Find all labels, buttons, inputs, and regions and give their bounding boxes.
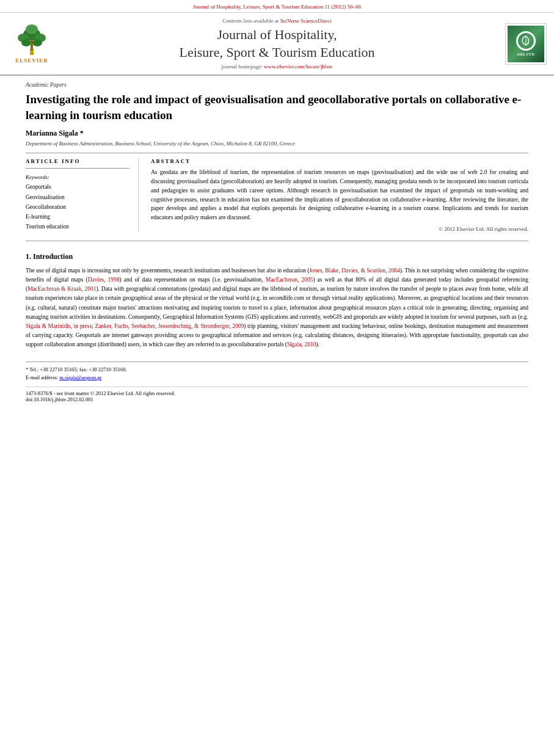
options-text: options	[266, 187, 283, 194]
sciverse-line: Contents lists available at SciVerse Sci…	[62, 18, 492, 24]
divider-after-author	[26, 153, 528, 153]
introduction-paragraph-1: The use of digital maps is increasing no…	[26, 266, 528, 350]
ref-sigala-marinidis[interactable]: Sigala & Marinidis, in press	[26, 323, 92, 329]
footer-issn: 1473-8376/$ - see front matter © 2012 El…	[26, 390, 528, 396]
journal-homepage-line: journal homepage: www.elsevier.com/locat…	[62, 64, 492, 70]
svg-point-5	[21, 39, 31, 46]
abstract-text: As geodata are the lifeblood of tourism,…	[151, 168, 528, 222]
elsevier-logo-area: ELSEVIER	[7, 24, 56, 64]
ref-jones-2004[interactable]: Jones, Blake, Davies, & Scanlon, 2004	[309, 267, 399, 274]
keywords-label: Keywords:	[26, 174, 129, 180]
ref-zanker-2009[interactable]: Zanker, Fuchs, Seebacher, Jessenitschnig…	[95, 323, 244, 329]
ref-davies-1998[interactable]: Davies, 1998	[88, 277, 120, 283]
ref-sigala-2010[interactable]: Sigala, 2010	[287, 341, 316, 347]
footnote-1: * Tel.: +30 22710 35165; fax: +30 22710 …	[26, 366, 528, 374]
abstract-header: ABSTRACT	[151, 158, 528, 164]
two-column-layout: ARTICLE INFO Keywords: Geoportals Geovis…	[26, 158, 528, 231]
introduction-section: 1. Introduction The use of digital maps …	[26, 252, 528, 350]
copyright-line: © 2012 Elsevier Ltd. All rights reserved…	[151, 226, 528, 232]
email-link[interactable]: m.sigala@aegean.gr	[59, 374, 101, 380]
jhlste-circle-icon	[516, 31, 536, 51]
article-info-header: ARTICLE INFO	[26, 158, 129, 164]
journal-citation-bar: Journal of Hospitality, Leisure, Sport &…	[0, 0, 554, 13]
page-wrapper: Journal of Hospitality, Leisure, Sport &…	[0, 0, 554, 415]
section-label: Academic Papers	[26, 82, 528, 88]
svg-point-6	[32, 39, 42, 46]
author-affiliation: Department of Business Administration, B…	[26, 140, 528, 147]
svg-point-7	[26, 24, 38, 34]
ref-maceachrean-2005[interactable]: MacEachrean, 2005	[266, 277, 313, 283]
main-content-area: Academic Papers Investigating the role a…	[0, 76, 554, 415]
keywords-list: Geoportals Geovisualisation Geocollabora…	[26, 182, 129, 231]
elsevier-wordmark: ELSEVIER	[15, 57, 48, 64]
keyword-geocollaboration: Geocollaboration	[26, 202, 129, 212]
article-title: Investigating the role and impact of geo…	[26, 92, 528, 123]
journal-citation-text: Journal of Hospitality, Leisure, Sport &…	[193, 4, 361, 10]
journal-homepage-link[interactable]: www.elsevier.com/locate/jhlste	[264, 64, 332, 70]
introduction-title: 1. Introduction	[26, 252, 528, 261]
elsevier-tree-icon	[14, 24, 49, 56]
journal-title-main: Journal of Hospitality,Leisure, Sport & …	[62, 26, 492, 61]
article-info-divider	[26, 168, 129, 169]
sciverse-link[interactable]: SciVerse ScienceDirect	[280, 18, 332, 24]
jhlste-logo-area: JHLSTE	[498, 23, 547, 65]
article-info-column: ARTICLE INFO Keywords: Geoportals Geovis…	[26, 158, 139, 231]
abstract-column: ABSTRACT As geodata are the lifeblood of…	[151, 158, 528, 231]
footer-doi: doi:10.1016/j.jhlste.2012.02.001	[26, 396, 528, 402]
keyword-tourism-education: Tourism education	[26, 222, 129, 231]
jhlste-leaf-icon	[520, 35, 532, 47]
jhlste-logo: JHLSTE	[505, 23, 547, 65]
divider-after-abstract	[26, 241, 528, 241]
keyword-geoportals: Geoportals	[26, 182, 129, 192]
footer-bottom: 1473-8376/$ - see front matter © 2012 El…	[26, 387, 528, 402]
sciverse-prefix: Contents lists available at	[222, 18, 279, 24]
ref-maceachrean-kraak-2001[interactable]: MacEachrean & Kraak, 2001	[27, 286, 96, 292]
elsevier-logo: ELSEVIER	[7, 24, 56, 64]
keyword-elearning: E-learning	[26, 212, 129, 222]
keyword-geovisualisation: Geovisualisation	[26, 192, 129, 202]
jhlste-label-text: JHLSTE	[517, 52, 535, 57]
author-name: Marianna Sigala *	[26, 129, 528, 138]
jhlste-logo-inner: JHLSTE	[508, 26, 544, 62]
footnote-email: E-mail address: m.sigala@aegean.gr	[26, 374, 528, 382]
journal-title-area: Contents lists available at SciVerse Sci…	[62, 18, 492, 70]
footer-area: * Tel.: +30 22710 35165; fax: +30 22710 …	[26, 362, 528, 409]
journal-header-banner: ELSEVIER Contents lists available at Sci…	[0, 13, 554, 76]
svg-point-8	[31, 44, 33, 46]
